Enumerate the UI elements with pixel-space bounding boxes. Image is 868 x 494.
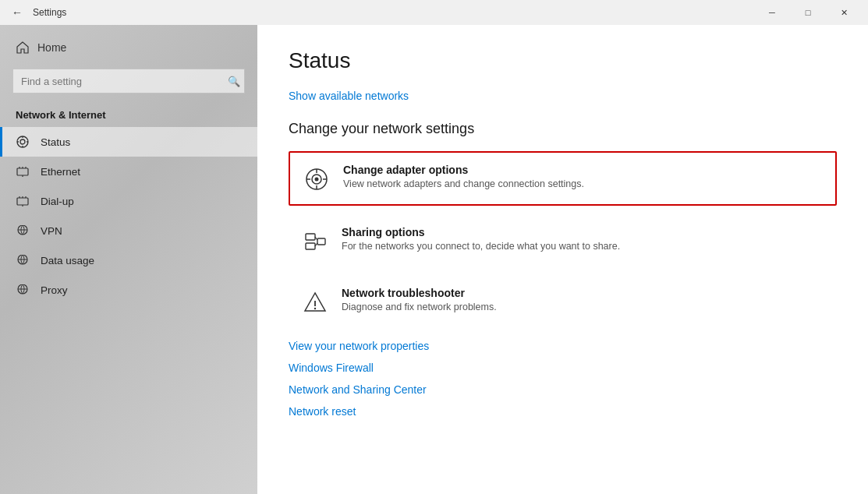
proxy-icon	[16, 283, 30, 297]
sidebar-item-data-usage[interactable]: Data usage	[0, 245, 257, 275]
svg-rect-6	[17, 168, 28, 175]
troubleshooter-icon	[301, 288, 329, 316]
dialup-label: Dial-up	[41, 196, 74, 207]
sidebar-category: Network & Internet	[0, 106, 257, 127]
sidebar: Home 🔍 Network & Internet Status	[0, 25, 257, 494]
ethernet-icon	[16, 164, 30, 178]
troubleshooter-option[interactable]: Network troubleshooter Diagnose and fix …	[289, 276, 837, 327]
show-networks-link[interactable]: Show available networks	[289, 90, 409, 102]
data-usage-icon	[16, 253, 30, 267]
sidebar-item-vpn[interactable]: VPN	[0, 216, 257, 245]
sharing-icon	[301, 228, 329, 256]
svg-rect-23	[306, 234, 315, 240]
sharing-text: Sharing options For the networks you con…	[342, 226, 620, 252]
status-icon	[16, 135, 30, 149]
adapter-text: Change adapter options View network adap…	[343, 164, 584, 189]
sidebar-item-status[interactable]: Status	[0, 127, 257, 157]
svg-point-0	[17, 136, 28, 147]
close-button[interactable]: ✕	[826, 0, 862, 25]
network-reset-link[interactable]: Network reset	[289, 405, 837, 418]
svg-point-1	[20, 139, 25, 144]
svg-rect-11	[17, 198, 28, 205]
section-title: Change your network settings	[289, 121, 837, 137]
adapter-icon	[303, 165, 331, 193]
troubleshooter-description: Diagnose and fix network problems.	[342, 302, 497, 312]
adapter-title: Change adapter options	[343, 164, 584, 176]
data-usage-label: Data usage	[41, 255, 94, 266]
back-button[interactable]: ←	[6, 2, 28, 23]
sharing-center-link[interactable]: Network and Sharing Center	[289, 383, 837, 396]
sharing-description: For the networks you connect to, decide …	[342, 241, 620, 252]
troubleshooter-title: Network troubleshooter	[342, 287, 497, 299]
proxy-label: Proxy	[41, 284, 68, 296]
main-window: Home 🔍 Network & Internet Status	[0, 25, 868, 494]
content-area: Status Show available networks Change yo…	[257, 25, 868, 494]
windows-firewall-link[interactable]: Windows Firewall	[289, 362, 837, 374]
adapter-description: View network adapters and change connect…	[343, 178, 584, 189]
dialup-icon	[16, 194, 30, 208]
sidebar-item-proxy[interactable]: Proxy	[0, 275, 257, 305]
window-controls: ─ □ ✕	[754, 0, 862, 25]
svg-point-29	[314, 308, 316, 309]
minimize-button[interactable]: ─	[754, 0, 790, 25]
page-title: Status	[289, 48, 837, 73]
svg-rect-24	[306, 243, 315, 249]
status-label: Status	[41, 136, 70, 148]
search-input[interactable]	[12, 69, 245, 94]
vpn-label: VPN	[41, 225, 62, 237]
bottom-links: View your network properties Windows Fir…	[289, 340, 837, 418]
change-adapter-option[interactable]: Change adapter options View network adap…	[289, 151, 837, 206]
maximize-button[interactable]: □	[790, 0, 826, 25]
svg-rect-25	[317, 238, 325, 245]
ethernet-label: Ethernet	[41, 166, 80, 178]
home-icon	[16, 41, 30, 55]
sharing-options-option[interactable]: Sharing options For the networks you con…	[289, 215, 837, 266]
svg-point-22	[315, 178, 319, 182]
sidebar-item-dialup[interactable]: Dial-up	[0, 186, 257, 216]
sharing-title: Sharing options	[342, 226, 620, 238]
vpn-icon	[16, 224, 30, 238]
search-container: 🔍	[12, 69, 245, 94]
app-title: Settings	[33, 7, 754, 18]
search-icon[interactable]: 🔍	[228, 76, 240, 87]
troubleshooter-text: Network troubleshooter Diagnose and fix …	[342, 287, 497, 312]
network-properties-link[interactable]: View your network properties	[289, 340, 837, 352]
titlebar: ← Settings ─ □ ✕	[0, 0, 868, 25]
sidebar-item-ethernet[interactable]: Ethernet	[0, 157, 257, 186]
home-label: Home	[37, 41, 66, 54]
sidebar-item-home[interactable]: Home	[0, 33, 257, 62]
